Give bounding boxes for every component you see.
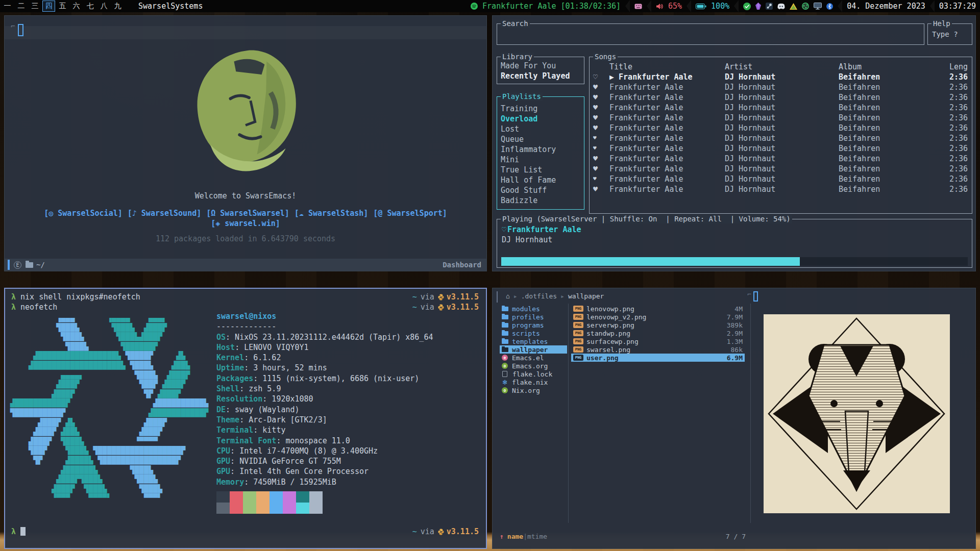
playlist-item[interactable]: Training [501,104,584,114]
heart-filled-icon[interactable]: ♥ [593,133,609,143]
sort-alt-key[interactable]: mtime [527,533,547,540]
file-row[interactable]: PNGlenovowp.png4M [571,305,745,313]
file-row[interactable]: PNGswarsel.png86k [571,345,745,354]
battery-icon[interactable] [696,4,706,9]
directory-row[interactable]: wallpaper [500,345,567,354]
breadcrumb-separator-icon: ▸ [560,292,565,300]
heart-filled-icon[interactable]: ♥ [593,174,609,184]
song-row[interactable]: ♥Frankfurter AaleDJ HornhautBeifahren2:3… [590,123,972,133]
playlist-item[interactable]: Badizzle [501,195,584,206]
playlist-item[interactable]: Good Stuff [501,185,584,195]
heart-outline-icon[interactable]: ♡ [593,72,609,82]
song-artist: DJ Hornhaut [725,103,839,113]
playlist-item[interactable]: Overload [501,114,584,124]
song-row[interactable]: ♥Frankfurter AaleDJ HornhautBeifahren2:3… [590,154,972,164]
speaker-icon[interactable] [656,3,664,10]
spotify-icon[interactable] [471,3,478,10]
media-player-text[interactable]: Frankfurter Aale [01:38/02:36] [482,2,621,11]
syncthing-icon[interactable] [802,3,809,10]
display-icon[interactable] [814,3,822,10]
gem-icon[interactable] [755,3,761,10]
playlist-item[interactable]: Inflammatory [501,144,584,155]
heart-filled-icon[interactable]: ♥ [593,113,609,123]
directory-row[interactable]: scripts [500,329,567,337]
search-box[interactable]: Search [497,23,924,45]
playlist-item[interactable]: Hall of Fame [501,175,584,185]
breadcrumb-part[interactable]: .dotfiles [521,292,557,300]
playlist-item[interactable]: True List [501,165,584,175]
check-status-icon[interactable] [743,3,751,10]
playlist-item[interactable]: Mini [501,155,584,165]
song-row[interactable]: ♥Frankfurter AaleDJ HornhautBeifahren2:3… [590,164,972,174]
directory-row[interactable]: oEmacs.org [500,362,567,370]
directory-row[interactable]: ❄flake.nix [500,378,567,386]
tunnel-icon[interactable] [790,3,797,10]
dashboard-link-swarselstash[interactable]: [☁ SwarselStash] [295,209,369,218]
song-row[interactable]: ♡▶ Frankfurter AaleDJ HornhautBeifahren2… [590,72,972,82]
dashboard-link-swarselsport[interactable]: [@ SwarselSport] [373,209,447,218]
song-row[interactable]: ♥Frankfurter AaleDJ HornhautBeifahren2:3… [590,103,972,113]
song-row[interactable]: ♥Frankfurter AaleDJ HornhautBeifahren2:3… [590,113,972,123]
file-row[interactable]: PNGsurfacewp.png1.3M [571,337,745,345]
heart-filled-icon[interactable]: ♥ [593,92,609,103]
breadcrumb[interactable]: ⌂▸.dotfiles▸wallpaper [506,292,604,300]
library-item[interactable]: Made For You [501,61,584,71]
column-length: Leng [926,62,968,72]
workspace-9[interactable]: 九 [111,1,124,12]
file-row[interactable]: PNGstandwp.png2.9M [571,329,745,337]
scrollbar-mark[interactable] [497,291,498,303]
song-title: Frankfurter Aale [609,103,725,113]
workspace-8[interactable]: 八 [97,1,110,12]
dashboard-link-swarselsound[interactable]: [♪ SwarselSound] [128,209,202,218]
shell-prompt[interactable]: λ [11,527,26,537]
directory-row[interactable]: oNix.org [500,386,567,394]
playlist-item[interactable]: Lost [501,124,584,134]
directory-row[interactable]: flake.lock [500,370,567,378]
keyboard-icon[interactable] [634,4,642,9]
seek-bar[interactable] [501,257,968,266]
workspace-1[interactable]: 一 [1,1,14,12]
steam-icon[interactable] [766,3,773,10]
song-row[interactable]: ♥Frankfurter AaleDJ HornhautBeifahren2:3… [590,133,972,143]
file-row[interactable]: PNGserverwp.png389k [571,321,745,329]
song-row[interactable]: ♥Frankfurter AaleDJ HornhautBeifahren2:3… [590,174,972,184]
file-row[interactable]: PNGuser.png6.9M [571,354,745,362]
dashboard-link-swarsel-win[interactable]: [◈ swarsel.win] [211,219,280,228]
heart-filled-icon[interactable]: ♥ [593,82,609,92]
heart-filled-icon[interactable]: ♥ [593,143,609,154]
song-row[interactable]: ♥Frankfurter AaleDJ HornhautBeifahren2:3… [590,184,972,194]
workspace-6[interactable]: 六 [70,1,83,12]
workspace-7[interactable]: 七 [84,1,96,12]
org-file-icon: o [502,363,508,369]
neofetch-entry: Memory: 7450MiB / 15925MiB [216,477,433,487]
dashboard-link-swarselsocial[interactable]: [◎ SwarselSocial] [44,209,122,218]
heart-filled-icon[interactable]: ♥ [593,184,609,194]
sort-key[interactable]: name [507,533,523,540]
directory-row[interactable]: templates [500,337,567,345]
directory-row[interactable]: programs [500,321,567,329]
song-row[interactable]: ♥Frankfurter AaleDJ HornhautBeifahren2:3… [590,92,972,103]
breadcrumb-part[interactable]: wallpaper [568,292,604,300]
heart-filled-icon[interactable]: ♥ [593,103,609,113]
song-row[interactable]: ♥Frankfurter AaleDJ HornhautBeifahren2:3… [590,143,972,154]
workspace-3[interactable]: 三 [29,1,41,12]
directory-row[interactable]: modules [500,305,567,313]
heart-filled-icon[interactable]: ♥ [593,154,609,164]
bluetooth-icon[interactable] [826,3,833,10]
battery-level[interactable]: 100% [711,2,729,11]
library-item[interactable]: Recently Played [501,71,584,81]
dashboard-link-swarselswarsel[interactable]: [Ω SwarselSwarsel] [206,209,289,218]
file-size: 86k [731,346,743,354]
directory-row[interactable]: eEmacs.el [500,354,567,362]
discord-icon[interactable] [777,3,785,9]
heart-filled-icon[interactable]: ♥ [593,164,609,174]
file-row[interactable]: PNGlenovowp_v2.png7.9M [571,313,745,321]
workspace-2[interactable]: 二 [15,1,28,12]
heart-filled-icon[interactable]: ♥ [593,123,609,133]
workspace-4[interactable]: 四 [42,1,55,12]
workspace-5[interactable]: 五 [56,1,69,12]
volume-level[interactable]: 65% [668,2,682,11]
song-row[interactable]: ♥Frankfurter AaleDJ HornhautBeifahren2:3… [590,82,972,92]
playlist-item[interactable]: Queue [501,134,584,144]
directory-row[interactable]: profiles [500,313,567,321]
